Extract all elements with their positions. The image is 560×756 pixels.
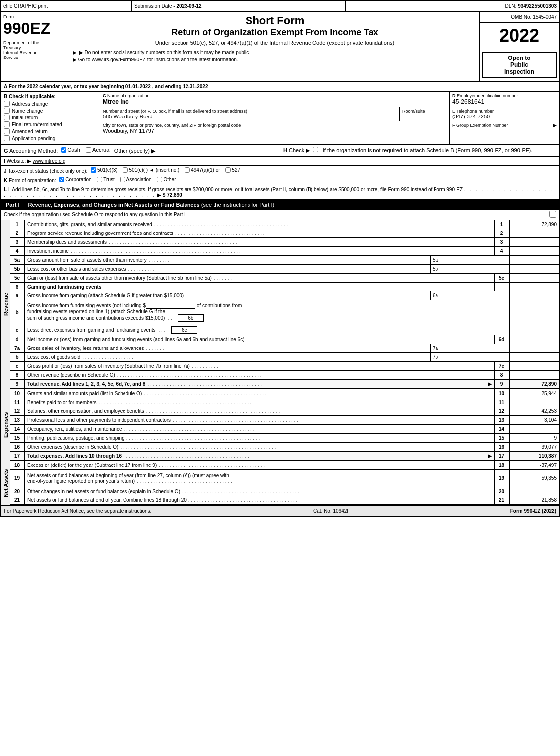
bcde-section: B Check if applicable: Address change Na… <box>1 92 559 145</box>
inline-6a-label: 6a <box>430 291 470 300</box>
cb-application-pending: Application pending <box>4 135 97 141</box>
table-row: 14 Occupancy, rent, utilities, and maint… <box>10 425 559 434</box>
cb-527: 527 <box>225 167 240 173</box>
checkbox-name-change[interactable] <box>4 108 10 114</box>
part1-check-row: Check if the organization used Schedule … <box>1 210 559 220</box>
table-row: 5a Gross amount from sale of assets othe… <box>10 256 559 265</box>
ein-value: 45-2681641 <box>452 98 557 105</box>
cb-cash: Cash <box>61 147 80 153</box>
note1: ▶ ▶ Do not enter social security numbers… <box>73 50 477 55</box>
value-10: 25,944 <box>509 389 559 398</box>
checkbox-schedule-o[interactable] <box>549 211 556 218</box>
city-row: City or town, state or province, country… <box>100 121 449 135</box>
checkbox-501c3[interactable] <box>91 167 96 173</box>
part1-title: Revenue, Expenses, and Changes in Net As… <box>25 200 559 209</box>
checkbox-trust[interactable] <box>97 177 102 182</box>
revenue-rows: 1 Contributions, gifts, grants, and simi… <box>10 220 559 389</box>
checkbox-association[interactable] <box>120 177 125 182</box>
expenses-section: Expenses 10 Grants and similar amounts p… <box>1 389 559 461</box>
checkbox-initial-return[interactable] <box>4 115 10 120</box>
checkbox-527[interactable] <box>225 167 231 173</box>
section-l: L L Add lines 5b, 6c, and 7b to line 9 t… <box>1 185 559 200</box>
form-label: Form <box>3 14 67 19</box>
dln-info: DLN: 93492255001303 <box>346 1 559 11</box>
section-a: A For the 2022 calendar year, or tax yea… <box>1 82 559 92</box>
cb-association: Association <box>120 177 152 182</box>
group-exemption: F Group Exemption Number ▶ <box>450 121 559 129</box>
note2: ▶ Go to www.irs.gov/Form990EZ for instru… <box>73 57 477 62</box>
inline-7a-value <box>470 344 509 352</box>
table-row: 5b Less: cost or other basis and sales e… <box>10 265 559 274</box>
checkbox-corporation[interactable] <box>59 177 64 182</box>
value-14 <box>509 425 559 433</box>
tax-year: 2022 <box>480 23 559 49</box>
checkbox-application-pending[interactable] <box>4 135 10 141</box>
table-row: d Net income or (loss) from gaming and f… <box>10 335 559 344</box>
omb-block: OMB No. 1545-0047 2022 Open to Public In… <box>480 12 559 81</box>
cb-address-change: Address change <box>4 101 97 107</box>
value-2 <box>509 229 559 237</box>
top-strip: efile GRAPHIC print Submission Date - 20… <box>1 1 559 12</box>
value-19: 59,355 <box>509 470 559 487</box>
table-row: 6 Gaming and fundraising events <box>10 283 559 291</box>
value-6b <box>509 300 559 325</box>
value-8 <box>509 371 559 379</box>
checkbox-cash[interactable] <box>61 147 66 153</box>
inline-7b-label: 7b <box>430 353 470 361</box>
address-row: Number and street (or P. O. box, if mail… <box>100 107 449 121</box>
revenue-section: Revenue 1 Contributions, gifts, grants, … <box>1 220 559 389</box>
checkbox-501c[interactable] <box>123 167 128 173</box>
dept-info: Department of the Treasury Internal Reve… <box>3 40 67 60</box>
checkbox-other-org[interactable] <box>157 177 162 182</box>
inline-7b-value <box>470 353 509 361</box>
table-row: a Gross income from gaming (attach Sched… <box>10 291 559 300</box>
table-row: 12 Salaries, other compensation, and emp… <box>10 407 559 416</box>
table-row: c Less: direct expenses from gaming and … <box>10 325 559 335</box>
table-row: 15 Printing, publications, postage, and … <box>10 434 559 443</box>
table-row: 9 Total revenue. Add lines 1, 2, 3, 4, 5… <box>10 380 559 389</box>
table-row: c Gross profit or (loss) from sales of i… <box>10 362 559 371</box>
checkbox-final-return[interactable] <box>4 121 10 127</box>
checkbox-accrual[interactable] <box>86 147 91 153</box>
checkbox-h[interactable] <box>313 147 318 152</box>
table-row: 2 Program service revenue including gove… <box>10 229 559 238</box>
section-def: D Employer identification number 45-2681… <box>450 92 559 144</box>
table-row: 5c Gain or (loss) from sale of assets ot… <box>10 274 559 283</box>
cb-501c3: 501(c)(3) <box>91 167 118 173</box>
omb-number: OMB No. 1545-0047 <box>480 12 559 23</box>
value-5c <box>509 274 559 282</box>
table-row: 4 Investment income . . . . . . . . . . … <box>10 247 559 256</box>
form-footer: For Paperwork Reduction Act Notice, see … <box>1 505 559 516</box>
part1-label: Part I <box>1 200 25 209</box>
inline-5b-label: 5b <box>430 265 470 273</box>
cb-h-check <box>313 147 319 152</box>
table-row: 1 Contributions, gifts, grants, and simi… <box>10 220 559 229</box>
org-name-value: Mtree Inc <box>103 98 447 105</box>
table-row: 10 Grants and similar amounts paid (list… <box>10 389 559 398</box>
value-15: 9 <box>509 434 559 442</box>
checkbox-4947a1[interactable] <box>185 167 190 173</box>
value-16: 39,077 <box>509 443 559 451</box>
phone-label: E Telephone number <box>452 109 557 114</box>
value-21: 21,858 <box>509 496 559 504</box>
website-link[interactable]: www.mtree.org <box>33 158 66 164</box>
table-row: 17 Total expenses. Add lines 10 through … <box>10 452 559 461</box>
expenses-rows: 10 Grants and similar amounts paid (list… <box>10 389 559 461</box>
checkbox-amended-return[interactable] <box>4 128 10 134</box>
cb-other-org: Other <box>157 177 176 182</box>
cb-accrual: Accrual <box>86 147 111 153</box>
org-name-label: C Name of organization <box>103 93 447 98</box>
gh-section: G Accounting Method: Cash Accrual Other … <box>1 145 559 157</box>
value-5b <box>509 265 559 273</box>
checkbox-address-change[interactable] <box>4 101 10 107</box>
value-6a <box>509 291 559 300</box>
form-990ez: 990EZ <box>3 20 67 36</box>
cb-501c: 501(c)( ) ◄ (insert no.) <box>123 167 179 173</box>
value-6d <box>509 335 559 344</box>
inline-5a-value <box>470 256 509 264</box>
value-7b <box>509 353 559 361</box>
irs-link[interactable]: www.irs.gov/Form990EZ <box>92 57 146 62</box>
part1-check-box <box>549 211 556 219</box>
inline-5a-label: 5a <box>430 256 470 264</box>
ein-label: D Employer identification number <box>452 93 557 98</box>
